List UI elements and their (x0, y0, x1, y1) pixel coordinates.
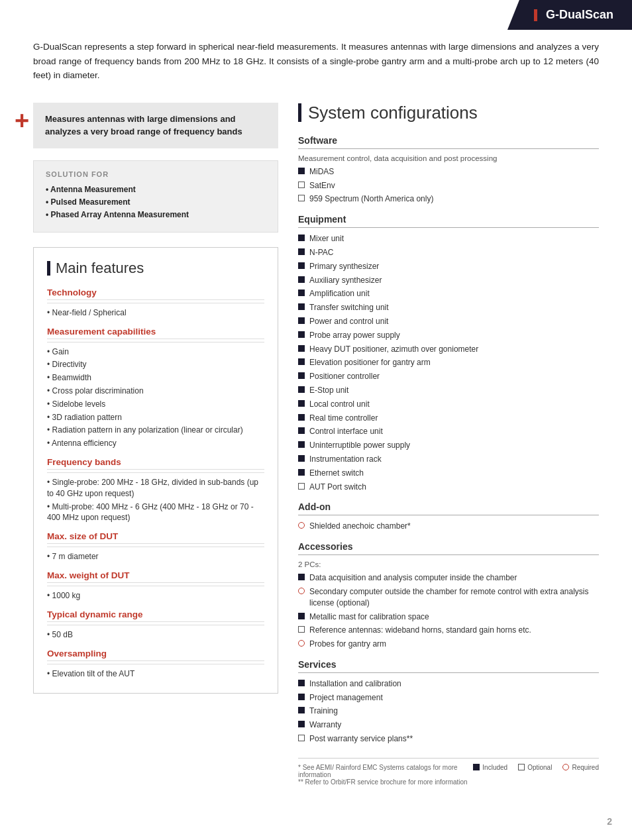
solution-item-3: Phased Array Antenna Measurement (46, 210, 266, 219)
feature-highlight-box: Measures antennas with large dimensions … (33, 103, 278, 148)
svc-installation: Installation and calibration (298, 678, 599, 690)
main-features-accent (47, 261, 50, 276)
meas-cap-efficiency: Antenna efficiency (47, 438, 264, 449)
system-config-title: System configurations (298, 103, 599, 123)
filled-sq-icon (298, 694, 305, 700)
filled-sq-icon (298, 427, 305, 434)
filled-sq-icon (298, 372, 305, 379)
equip-probe-array: Probe array power supply (298, 330, 599, 341)
svc-project-mgmt: Project management (298, 692, 599, 704)
open-sq-icon (298, 483, 305, 490)
filled-sq-icon (298, 680, 305, 686)
equip-heavy-dut: Heavy DUT positioner, azimuth over gonio… (298, 344, 599, 355)
frequency-bands-title: Frequency bands (47, 457, 264, 470)
accessories-subtitle: 2 PCs: (298, 560, 599, 568)
equip-transfer-switching: Transfer switching unit (298, 302, 599, 313)
legend-circle (562, 764, 569, 770)
footer-legend: Included Optional Required (473, 764, 599, 771)
equip-instrumentation-rack: Instrumentation rack (298, 454, 599, 465)
footer-note-area: * See AEMI/ Rainford EMC Systems catalog… (298, 764, 473, 786)
legend-optional: Optional (518, 764, 552, 771)
filled-sq-icon (298, 303, 305, 310)
equip-aut-port: AUT Port switch (298, 482, 599, 493)
filled-sq-icon (298, 469, 305, 476)
open-square-icon (298, 182, 305, 188)
filled-sq-icon (298, 441, 305, 448)
system-config-accent (298, 103, 301, 122)
measurement-capabilities-title: Measurement capabilities (47, 327, 264, 339)
filled-sq-icon (298, 707, 305, 713)
meas-cap-radiation: Radiation pattern in any polarization (l… (47, 425, 264, 436)
filled-sq-icon (298, 276, 305, 283)
equip-control-interface: Control interface unit (298, 426, 599, 437)
filled-square-icon (298, 168, 305, 174)
circle-icon (298, 522, 305, 529)
filled-sq-icon (298, 414, 305, 421)
meas-cap-directivity: Directivity (47, 359, 264, 370)
oversampling-title: Oversampling (47, 649, 264, 661)
addon-title: Add-on (298, 501, 599, 512)
footer-note-1: * See AEMI/ Rainford EMC Systems catalog… (298, 764, 473, 778)
equip-real-time: Real time controller (298, 413, 599, 424)
equip-mixer: Mixer unit (298, 233, 599, 244)
equip-pos-controller: Positioner controller (298, 371, 599, 382)
filled-sq-icon (298, 358, 305, 365)
accessories-title: Accessories (298, 541, 599, 552)
services-section: Services Installation and calibration Pr… (298, 659, 599, 745)
footer-notes: * See AEMI/ Rainford EMC Systems catalog… (298, 758, 599, 786)
software-959: 959 Spectrum (North America only) (298, 193, 599, 205)
solution-item-2: Pulsed Measurement (46, 197, 266, 207)
filled-sq-icon (298, 400, 305, 407)
equip-aux-synth: Auxiliary synthesizer (298, 275, 599, 286)
filled-sq-icon (298, 345, 305, 352)
main-features-box: Main features Technology Near-field / Sp… (33, 247, 278, 694)
circle-icon (298, 640, 305, 647)
filled-sq-icon (298, 613, 305, 619)
header-title: G-DualScan (546, 8, 613, 21)
header-bar: G-DualScan (507, 0, 632, 30)
left-column: Measures antennas with large dimensions … (33, 103, 278, 786)
filled-sq-icon (298, 455, 305, 462)
open-sq-icon (298, 735, 305, 741)
freq-single-probe: Single-probe: 200 MHz - 18 GHz, divided … (47, 477, 264, 499)
accessories-section: Accessories 2 PCs: Data acquisition and … (298, 541, 599, 650)
software-subtitle: Measurement control, data acquisition an… (298, 154, 599, 162)
max-weight-value: 1000 kg (47, 590, 264, 602)
equip-local-control: Local control unit (298, 399, 599, 410)
acc-metallic-mast: Metallic mast for calibration space (298, 611, 599, 623)
dynamic-range-value: 50 dB (47, 629, 264, 641)
equipment-title: Equipment (298, 214, 599, 225)
freq-multi-probe: Multi-probe: 400 MHz - 6 GHz (400 MHz - … (47, 501, 264, 524)
solution-for-title: SOLUTION FOR (46, 170, 266, 178)
dynamic-range-title: Typical dynamic range (47, 609, 264, 622)
filled-sq-icon (298, 386, 305, 393)
filled-sq-icon (298, 289, 305, 296)
filled-sq-icon (298, 262, 305, 269)
software-section: Software Measurement control, data acqui… (298, 135, 599, 205)
filled-sq-icon (298, 248, 305, 255)
acc-data-acq: Data acquisition and analysis computer i… (298, 572, 599, 584)
technology-title: Technology (47, 288, 264, 300)
page: G-DualScan G-DualScan represents a step … (0, 0, 632, 840)
legend-open-sq (518, 764, 525, 770)
circle-icon (298, 588, 305, 594)
meas-cap-cross-polar: Cross polar discrimination (47, 386, 264, 397)
acc-reference-antennas: Reference antennas: wideband horns, stan… (298, 625, 599, 636)
equip-amplification: Amplification unit (298, 288, 599, 299)
filled-sq-icon (298, 721, 305, 727)
equip-npac: N-PAC (298, 247, 599, 258)
open-square-icon-2 (298, 195, 305, 201)
intro-paragraph: G-DualScan represents a step forward in … (33, 40, 599, 83)
filled-sq-icon (298, 331, 305, 338)
software-satenv: SatEnv (298, 180, 599, 191)
open-sq-icon (298, 626, 305, 633)
feature-highlight-text: Measures antennas with large dimensions … (45, 113, 266, 138)
software-midas: MiDAS (298, 166, 599, 178)
max-weight-title: Max. weight of DUT (47, 570, 264, 583)
header-accent (534, 9, 537, 21)
acc-secondary-computer: Secondary computer outside the chamber f… (298, 586, 599, 609)
legend-required: Required (562, 764, 599, 771)
main-features-title: Main features (47, 260, 264, 277)
svc-warranty: Warranty (298, 719, 599, 731)
addon-chamber: Shielded anechoic chamber* (298, 521, 599, 532)
